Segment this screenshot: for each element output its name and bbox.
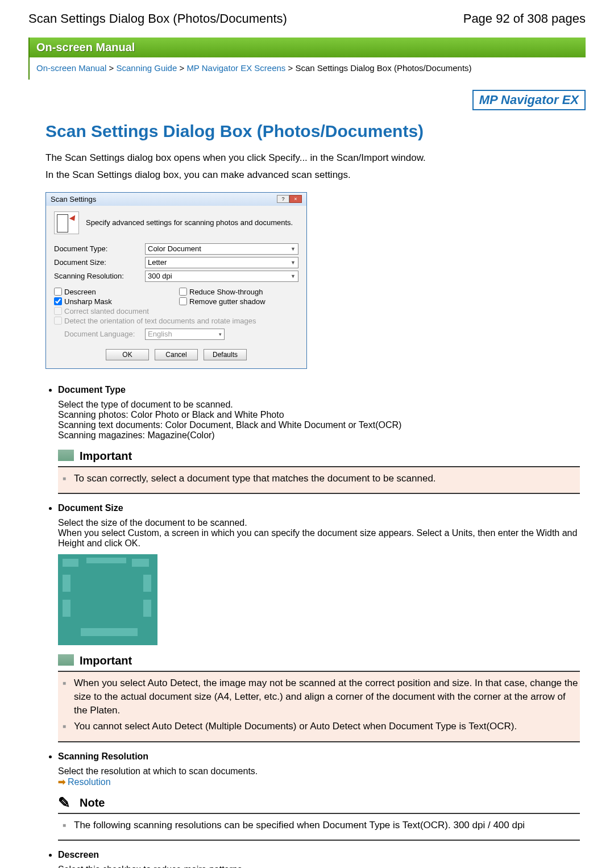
section-descreen-title: Descreen <box>58 850 580 860</box>
section-docsize-title: Document Size <box>58 503 580 513</box>
language-label: Document Language: <box>54 330 145 338</box>
important-callout: Important To scan correctly, select a do… <box>58 447 580 495</box>
breadcrumb-link[interactable]: Scanning Guide <box>117 63 177 73</box>
callout-item: You cannot select Auto Detect (Multiple … <box>74 720 580 733</box>
body-text: When you select Custom, a screen in whic… <box>58 528 580 549</box>
section-doctype-title: Document Type <box>58 385 580 395</box>
callout-item: When you select Auto Detect, the image m… <box>74 676 580 717</box>
callout-item: To scan correctly, select a document typ… <box>74 472 580 485</box>
doctype-label: Document Type: <box>54 244 145 253</box>
mp-navigator-badge: MP Navigator EX <box>472 90 586 110</box>
body-text: Select the size of the document to be sc… <box>58 518 580 528</box>
doctype-select[interactable]: Color Document▼ <box>145 243 298 255</box>
breadcrumb-link[interactable]: On-screen Manual <box>36 63 106 73</box>
page-number: Page 92 of 308 pages <box>463 11 586 26</box>
ok-button[interactable]: OK <box>106 349 149 360</box>
breadcrumb-current: Scan Settings Dialog Box (Photos/Documen… <box>295 63 471 73</box>
defaults-button[interactable]: Defaults <box>204 349 247 360</box>
detect-orientation-checkbox[interactable]: Detect the orientation of text documents… <box>54 317 298 325</box>
docsize-select[interactable]: Letter▼ <box>145 257 298 268</box>
body-text: Scanning text documents: Color Document,… <box>58 420 580 430</box>
preview-image <box>58 554 157 645</box>
callout-title: Note <box>58 794 580 814</box>
descreen-checkbox[interactable]: Descreen <box>54 288 173 296</box>
remove-gutter-checkbox[interactable]: Remove gutter shadow <box>179 297 298 306</box>
correct-slanted-checkbox[interactable]: Correct slanted document <box>54 307 298 315</box>
help-icon[interactable]: ? <box>277 195 289 203</box>
body-text: Scanning photos: Color Photo or Black an… <box>58 410 580 420</box>
resolution-select[interactable]: 300 dpi▼ <box>145 271 298 282</box>
reduce-showthrough-checkbox[interactable]: Reduce Show-through <box>179 288 298 296</box>
important-callout: Important When you select Auto Detect, t… <box>58 652 580 742</box>
body-text: Select the type of document to be scanne… <box>58 400 580 410</box>
breadcrumb-link[interactable]: MP Navigator EX Screens <box>186 63 285 73</box>
close-icon[interactable]: × <box>289 195 302 203</box>
language-select: English▾ <box>145 329 225 340</box>
banner: On-screen Manual <box>28 38 586 57</box>
breadcrumb: On-screen Manual > Scanning Guide > MP N… <box>28 57 586 80</box>
body-text: Select the resolution at which to scan d… <box>58 766 580 776</box>
resolution-label: Scanning Resolution: <box>54 272 145 280</box>
dialog-caption: Specify advanced settings for scanning p… <box>86 218 293 227</box>
note-callout: Note The following scanning resolutions … <box>58 794 580 841</box>
cancel-button[interactable]: Cancel <box>155 349 198 360</box>
intro-text: In the Scan Settings dialog box, you can… <box>45 168 580 182</box>
callout-item: The following scanning resolutions can b… <box>74 819 580 832</box>
page-title: Scan Settings Dialog Box (Photos/Documen… <box>45 122 580 141</box>
resolution-link[interactable]: Resolution <box>68 777 111 787</box>
unsharp-mask-checkbox[interactable]: Unsharp Mask <box>54 297 173 306</box>
arrow-icon: ➡ <box>58 777 65 787</box>
callout-title: Important <box>58 447 580 467</box>
header-title: Scan Settings Dialog Box (Photos/Documen… <box>28 11 287 26</box>
scanner-icon <box>54 211 79 234</box>
docsize-label: Document Size: <box>54 258 145 267</box>
callout-title: Important <box>58 652 580 672</box>
section-resolution-title: Scanning Resolution <box>58 751 580 762</box>
body-text: Scanning magazines: Magazine(Color) <box>58 430 580 441</box>
intro-text: The Scan Settings dialog box opens when … <box>45 151 580 165</box>
scan-settings-dialog: Scan Settings ? × Specify advanced setti… <box>45 192 307 369</box>
dialog-title: Scan Settings <box>51 195 96 203</box>
body-text: Select this checkbox to reduce moire pat… <box>58 865 580 868</box>
